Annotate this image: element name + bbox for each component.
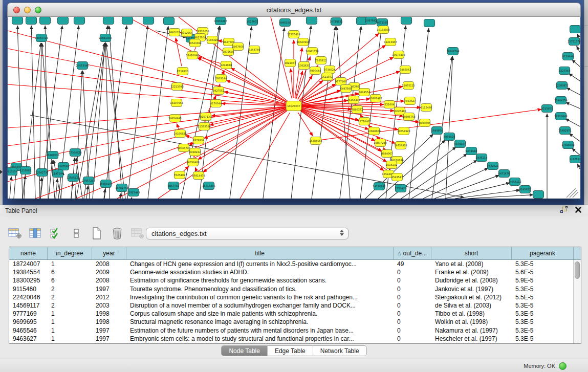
graph-node[interactable]: [401, 17, 412, 25]
graph-edge[interactable]: [220, 84, 220, 85]
graph-edge[interactable]: [565, 102, 580, 108]
graph-edge[interactable]: [434, 175, 499, 199]
graph-node-label: 10688609: [367, 129, 380, 133]
graph-node[interactable]: [40, 17, 51, 25]
new-document-button[interactable]: [89, 226, 104, 241]
cell-view-button[interactable]: [69, 226, 84, 241]
graph-edge[interactable]: [378, 140, 445, 199]
table-row[interactable]: 1456911722003Disruption of a novel membe…: [9, 301, 581, 310]
table-cell: 5.3E-5: [512, 310, 574, 318]
scrollbar-thumb[interactable]: [575, 261, 580, 279]
graph-node[interactable]: [103, 17, 114, 25]
graph-node[interactable]: [143, 17, 154, 25]
graph-edge[interactable]: [411, 160, 477, 199]
network-canvas[interactable]: 1085328715276026466160107191559671385190…: [8, 17, 580, 199]
close-window-button[interactable]: [13, 7, 20, 13]
graph-edge[interactable]: [565, 119, 580, 126]
table-row[interactable]: 911546021997Tourette syndrome. Phenomeno…: [9, 285, 581, 293]
table-row[interactable]: 969969511998Structural magnetic resonanc…: [9, 318, 581, 326]
table-row[interactable]: 946362711997Embryonic stem cells: a mode…: [9, 335, 581, 343]
graph-edge[interactable]: [195, 167, 197, 171]
graph-node-label: 10719155: [330, 20, 342, 23]
graph-node[interactable]: [12, 17, 23, 25]
blank-page-icon: [91, 227, 102, 240]
graph-edge[interactable]: [445, 183, 510, 199]
graph-edge[interactable]: [120, 193, 121, 199]
graph-node[interactable]: [424, 19, 435, 27]
graph-edge[interactable]: [185, 136, 193, 139]
graph-edge[interactable]: [86, 186, 88, 199]
graph-edge[interactable]: [203, 111, 288, 172]
graph-edge[interactable]: [572, 148, 580, 155]
collapse-arrow-icon[interactable]: [0, 170, 3, 174]
graph-edge[interactable]: [56, 179, 57, 199]
tab-network-table[interactable]: Network Table: [313, 346, 366, 356]
table-row[interactable]: 946554611997Estimation of the future num…: [9, 326, 581, 335]
column-header-name[interactable]: name: [9, 247, 48, 259]
graph-edge[interactable]: [569, 74, 580, 81]
minimize-window-button[interactable]: [24, 7, 31, 13]
graph-node[interactable]: [122, 17, 133, 25]
table-source-select[interactable]: citations_edges.txt: [146, 228, 349, 239]
graph-node[interactable]: [58, 17, 69, 25]
graph-edge[interactable]: [567, 88, 580, 95]
graph-node-label: 7632621: [487, 164, 498, 167]
graph-edge[interactable]: [176, 38, 182, 66]
graph-edge[interactable]: [224, 92, 287, 104]
graph-edge[interactable]: [14, 172, 16, 199]
close-panel-icon[interactable]: [575, 206, 582, 213]
graph-edge[interactable]: [569, 134, 580, 141]
zoom-window-button[interactable]: [35, 7, 41, 13]
graph-node[interactable]: [570, 26, 581, 33]
graph-edge[interactable]: [577, 164, 580, 169]
graph-edge[interactable]: [383, 147, 384, 149]
column-header-short[interactable]: short: [431, 247, 512, 259]
table-row[interactable]: 977716911998Corpus callosum shape and si…: [9, 310, 581, 318]
graph-edge[interactable]: [572, 60, 580, 67]
network-view-window: citations_edges.txt 10853287152760264661…: [7, 3, 581, 199]
graph-node-label: 7625402: [174, 173, 185, 177]
table-scrollbar[interactable]: [573, 260, 581, 343]
resize-grip-icon[interactable]: [567, 188, 578, 198]
graph-node[interactable]: [164, 17, 175, 25]
table-row[interactable]: 1938455462009Genome-wide association stu…: [9, 268, 581, 276]
left-window-edge: [0, 0, 3, 205]
graph-edge[interactable]: [577, 46, 580, 52]
table-settings-button[interactable]: [7, 226, 23, 241]
graph-edge[interactable]: [291, 69, 293, 98]
graph-node[interactable]: [307, 17, 317, 25]
graph-edge[interactable]: [198, 57, 222, 63]
column-header-out-de-[interactable]: △out_de...: [394, 247, 431, 259]
table-row[interactable]: 1872400712008Changes of HCN gene express…: [9, 260, 581, 268]
graph-edge[interactable]: [148, 26, 168, 199]
graph-edge[interactable]: [177, 123, 178, 128]
graph-node-label: 12213393: [170, 85, 183, 88]
graph-edge[interactable]: [31, 26, 35, 199]
column-header-in-degree[interactable]: in_degree: [48, 247, 92, 259]
graph-edge[interactable]: [8, 31, 286, 104]
tab-node-table[interactable]: Node Table: [222, 346, 268, 356]
graph-node[interactable]: [74, 17, 85, 25]
graph-edge[interactable]: [8, 84, 286, 105]
delete-rows-button[interactable]: [110, 226, 125, 241]
tab-edge-table[interactable]: Edge Table: [268, 346, 313, 356]
graph-edge[interactable]: [10, 177, 11, 199]
graph-node-label: 22420046: [186, 54, 199, 57]
column-header-title[interactable]: title: [126, 247, 394, 259]
column-header-year[interactable]: year: [92, 247, 126, 259]
row-selection-button[interactable]: [48, 226, 63, 241]
table-row[interactable]: 2242004622012Investigating the contribut…: [9, 293, 581, 301]
table-row[interactable]: 1830029562008Estimation of significance …: [9, 276, 581, 285]
graph-node[interactable]: [533, 191, 544, 199]
graph-node-label: 19654923: [397, 129, 410, 133]
float-panel-icon[interactable]: [560, 207, 568, 213]
graph-edge[interactable]: [132, 197, 132, 199]
graph-node[interactable]: [26, 17, 37, 25]
select-columns-button[interactable]: [28, 226, 43, 241]
column-header-pagerank[interactable]: pagerank: [512, 247, 574, 259]
delete-table-button[interactable]: [130, 226, 145, 241]
graph-edge[interactable]: [271, 17, 292, 98]
graph-node-label: 16154808: [377, 28, 389, 31]
window-titlebar[interactable]: citations_edges.txt: [7, 3, 581, 17]
graph-edge[interactable]: [295, 48, 302, 98]
